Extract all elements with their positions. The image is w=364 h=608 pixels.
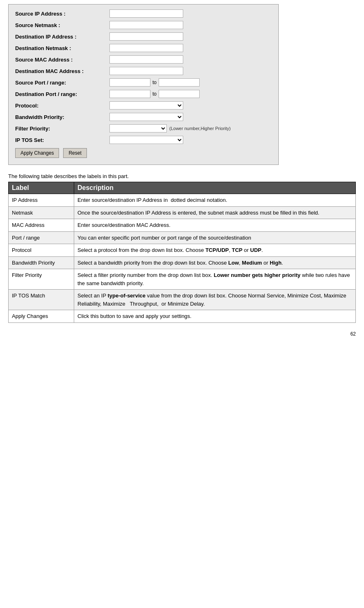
protocol-label: Protocol: <box>15 103 109 109</box>
source-mac-label: Source MAC Address : <box>15 57 109 63</box>
source-port-row: Source Port / range: to <box>15 78 272 87</box>
table-header-description: Description <box>74 182 356 194</box>
table-cell-label: Apply Changes <box>9 310 74 323</box>
table-row: Filter Priority Select a filter priority… <box>9 269 356 290</box>
protocol-row: Protocol: TCP/UDP TCP UDP <box>15 101 272 110</box>
dest-ip-label: Destination IP Address : <box>15 34 109 40</box>
ip-tos-row: IP TOS Set: Normal Service Minimize Cost… <box>15 136 272 144</box>
table-cell-desc: Click this button to save and apply your… <box>74 310 356 323</box>
source-mac-row: Source MAC Address : <box>15 55 272 64</box>
source-port-from-input[interactable] <box>109 78 150 87</box>
filter-priority-label: Filter Priority: <box>15 126 109 132</box>
table-row: Apply Changes Click this button to save … <box>9 310 356 323</box>
intro-text: The following table describes the labels… <box>8 173 356 179</box>
dest-port-label: Destination Port / range: <box>15 91 109 97</box>
filter-priority-row: Filter Priority: 1 2 3 (Lower number,Hig… <box>15 124 272 133</box>
table-cell-desc: Enter source/destination IP Address in d… <box>74 194 356 207</box>
ip-tos-select[interactable]: Normal Service Minimize Cost Maximize Re… <box>109 136 183 144</box>
apply-changes-button[interactable]: Apply Changes <box>15 148 59 158</box>
description-table: Label Description IP Address Enter sourc… <box>8 182 356 323</box>
filter-priority-hint: (Lower number,Higher Priority) <box>169 126 231 131</box>
table-cell-label: IP TOS Match <box>9 290 74 310</box>
table-row: IP Address Enter source/destination IP A… <box>9 194 356 207</box>
table-cell-desc: Once the source/destination IP Address i… <box>74 206 356 219</box>
dest-netmask-row: Destination Netmask : <box>15 44 272 52</box>
table-header-label: Label <box>9 182 74 194</box>
table-cell-desc: Select a filter priority number from the… <box>74 269 356 290</box>
dest-netmask-input[interactable] <box>109 44 183 52</box>
table-cell-desc: Select a protocol from the drop down lis… <box>74 244 356 257</box>
source-netmask-label: Source Netmask : <box>15 22 109 28</box>
source-mac-input[interactable] <box>109 55 183 64</box>
table-row: Bandwidth Priority Select a bandwidth pr… <box>9 256 356 269</box>
table-row: IP TOS Match Select an IP type-of-servic… <box>9 290 356 310</box>
button-row: Apply Changes Reset <box>15 148 272 158</box>
table-row: Netmask Once the source/destination IP A… <box>9 206 356 219</box>
dest-mac-row: Destination MAC Address : <box>15 67 272 75</box>
table-cell-label: IP Address <box>9 194 74 207</box>
ip-tos-label: IP TOS Set: <box>15 137 109 143</box>
table-row: Port / range You can enter specific port… <box>9 231 356 244</box>
table-cell-desc: Select a bandwidth priority from the dro… <box>74 256 356 269</box>
table-cell-label: Protocol <box>9 244 74 257</box>
table-cell-desc: Enter source/destination MAC Address. <box>74 219 356 232</box>
dest-mac-input[interactable] <box>109 67 183 75</box>
dest-ip-row: Destination IP Address : <box>15 32 272 41</box>
table-cell-desc: Select an IP type-of-service value from … <box>74 290 356 310</box>
source-netmask-row: Source Netmask : <box>15 21 272 29</box>
bandwidth-row: Bandwidth Priority: Low Medium High <box>15 113 272 121</box>
source-port-to-label: to <box>152 80 157 85</box>
source-port-to-input[interactable] <box>159 78 200 87</box>
table-row: MAC Address Enter source/destination MAC… <box>9 219 356 232</box>
bandwidth-label: Bandwidth Priority: <box>15 114 109 120</box>
source-port-label: Source Port / range: <box>15 80 109 86</box>
source-ip-input[interactable] <box>109 9 183 18</box>
dest-port-to-label: to <box>152 91 157 97</box>
table-cell-label: MAC Address <box>9 219 74 232</box>
table-cell-label: Bandwidth Priority <box>9 256 74 269</box>
dest-mac-label: Destination MAC Address : <box>15 68 109 74</box>
source-netmask-input[interactable] <box>109 21 183 29</box>
table-cell-desc: You can enter specific port number or po… <box>74 231 356 244</box>
table-cell-label: Port / range <box>9 231 74 244</box>
filter-priority-select[interactable]: 1 2 3 <box>109 124 167 133</box>
dest-port-row: Destination Port / range: to <box>15 90 272 98</box>
dest-port-from-input[interactable] <box>109 90 150 98</box>
source-ip-row: Source IP Address : <box>15 9 272 18</box>
form-container: Source IP Address : Source Netmask : Des… <box>8 4 279 165</box>
protocol-select[interactable]: TCP/UDP TCP UDP <box>109 101 183 110</box>
dest-netmask-label: Destination Netmask : <box>15 45 109 51</box>
dest-port-to-input[interactable] <box>159 90 200 98</box>
table-row: Protocol Select a protocol from the drop… <box>9 244 356 257</box>
reset-button[interactable]: Reset <box>63 148 86 158</box>
table-cell-label: Filter Priority <box>9 269 74 290</box>
table-cell-label: Netmask <box>9 206 74 219</box>
page-number: 62 <box>8 331 356 337</box>
dest-ip-input[interactable] <box>109 32 183 41</box>
bandwidth-select[interactable]: Low Medium High <box>109 113 183 121</box>
source-ip-label: Source IP Address : <box>15 11 109 17</box>
